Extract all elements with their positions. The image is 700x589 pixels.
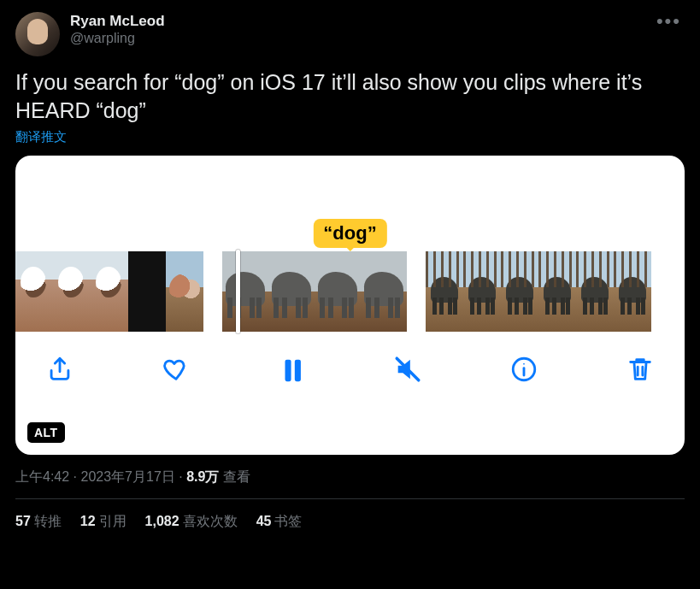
trash-icon[interactable] bbox=[621, 350, 659, 388]
timeline-frame[interactable] bbox=[268, 251, 315, 332]
svg-rect-1 bbox=[294, 360, 300, 382]
stat-retweets[interactable]: 57转推 bbox=[15, 513, 62, 531]
tweet-stats: 57转推 12引用 1,082喜欢次数 45书签 bbox=[15, 499, 685, 531]
timeline-frame[interactable] bbox=[166, 251, 203, 332]
stat-bookmarks[interactable]: 45书签 bbox=[256, 513, 303, 531]
views-label: 查看 bbox=[219, 469, 250, 484]
tweet-text: If you search for “dog” on iOS 17 it’ll … bbox=[15, 68, 685, 124]
timeline-frame[interactable] bbox=[315, 251, 361, 332]
timeline-frame[interactable] bbox=[361, 251, 407, 332]
video-timeline[interactable] bbox=[15, 251, 685, 332]
tweet-header: Ryan McLeod @warpling ••• bbox=[15, 12, 685, 56]
media-top: “dog” bbox=[15, 156, 685, 251]
timeline-frame[interactable] bbox=[128, 251, 166, 332]
media-card[interactable]: “dog” bbox=[15, 156, 685, 455]
pause-icon[interactable] bbox=[274, 350, 311, 388]
timeline-frame[interactable] bbox=[222, 251, 268, 332]
timeline-frame[interactable] bbox=[426, 251, 463, 332]
mute-icon[interactable] bbox=[389, 350, 426, 388]
stat-likes[interactable]: 1,082喜欢次数 bbox=[145, 513, 238, 531]
info-icon[interactable] bbox=[505, 350, 543, 388]
timeline-frame[interactable] bbox=[501, 251, 538, 332]
views-count: 8.9万 bbox=[186, 469, 219, 484]
timeline-frame[interactable] bbox=[91, 251, 128, 332]
avatar[interactable] bbox=[15, 12, 60, 56]
timeline-frame[interactable] bbox=[538, 251, 576, 332]
display-name[interactable]: Ryan McLeod bbox=[70, 12, 165, 30]
clip-group-3[interactable] bbox=[426, 251, 651, 332]
media-toolbar bbox=[15, 332, 685, 388]
timeline-frame[interactable] bbox=[53, 251, 91, 332]
timeline-frame[interactable] bbox=[576, 251, 614, 332]
meta-time[interactable]: 上午4:42 bbox=[15, 469, 69, 484]
clip-group-1[interactable] bbox=[15, 251, 203, 332]
svg-rect-0 bbox=[285, 360, 291, 382]
svg-point-5 bbox=[523, 363, 525, 365]
author-names: Ryan McLeod @warpling bbox=[70, 12, 165, 47]
tweet: Ryan McLeod @warpling ••• If you search … bbox=[0, 0, 700, 531]
timeline-frame[interactable] bbox=[614, 251, 651, 332]
translate-link[interactable]: 翻译推文 bbox=[15, 129, 685, 145]
tweet-meta: 上午4:42 · 2023年7月17日 · 8.9万 查看 bbox=[15, 468, 685, 499]
meta-date[interactable]: 2023年7月17日 bbox=[80, 469, 174, 484]
handle[interactable]: @warpling bbox=[70, 30, 165, 47]
timeline-frame[interactable] bbox=[463, 251, 501, 332]
search-tooltip: “dog” bbox=[313, 219, 386, 248]
clip-group-2[interactable] bbox=[222, 251, 407, 332]
share-icon[interactable] bbox=[41, 350, 79, 388]
alt-badge[interactable]: ALT bbox=[27, 422, 65, 443]
more-icon[interactable]: ••• bbox=[653, 12, 685, 30]
heart-icon[interactable] bbox=[157, 350, 195, 388]
stat-quotes[interactable]: 12引用 bbox=[80, 513, 126, 531]
timeline-frame[interactable] bbox=[15, 251, 53, 332]
playhead[interactable] bbox=[236, 250, 240, 333]
